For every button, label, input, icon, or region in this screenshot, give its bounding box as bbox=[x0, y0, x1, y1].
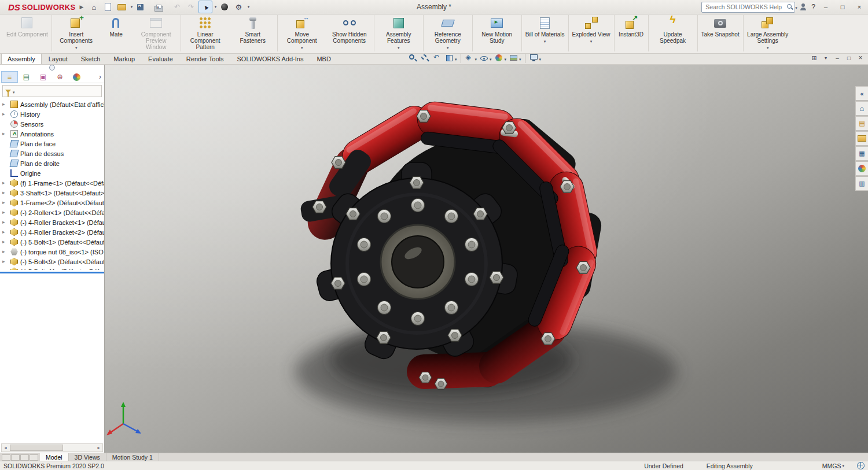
command-tab[interactable]: SOLIDWORKS Add-Ins bbox=[230, 53, 310, 64]
ribbon-button[interactable]: Show Hidden Components bbox=[326, 15, 373, 51]
ribbon-button[interactable]: Bill of Materials bbox=[521, 15, 568, 51]
expand-arrow-icon[interactable] bbox=[2, 239, 8, 245]
tree-item[interactable]: (-) 5-Bolt<1> (Défaut<<Défaut>_ bbox=[0, 237, 104, 247]
command-tab[interactable]: Layout bbox=[42, 53, 74, 64]
ribbon-button[interactable]: Mate bbox=[100, 15, 133, 51]
ribbon-button[interactable]: Reference Geometry bbox=[423, 15, 472, 51]
ribbon-button[interactable]: Take Snapshot bbox=[697, 15, 742, 51]
tree-item[interactable]: (-) 2-Roller<1> (Défaut<<Défaut: bbox=[0, 208, 104, 217]
appearances-icon[interactable] bbox=[855, 161, 868, 176]
zoom-fit-icon[interactable] bbox=[407, 53, 419, 63]
previous-view-icon[interactable] bbox=[431, 53, 443, 63]
close-window-icon[interactable]: × bbox=[853, 2, 866, 12]
displaymanager-icon[interactable] bbox=[68, 71, 85, 83]
expand-arrow-icon[interactable] bbox=[2, 249, 8, 254]
design-library-icon[interactable] bbox=[855, 116, 868, 131]
tree-item[interactable]: 3-Shaft<1> (Défaut<<Défaut>_Et: bbox=[0, 188, 104, 198]
new-doc-icon[interactable] bbox=[101, 1, 114, 13]
ribbon-button[interactable]: Move Component bbox=[277, 15, 326, 51]
tree-item[interactable]: 1-Frame<2> (Défaut<<Défaut>_E bbox=[0, 198, 104, 208]
ribbon-button[interactable]: Exploded View bbox=[568, 15, 613, 51]
tree-item[interactable]: (f) 1-Frame<1> (Défaut<<Défaut: bbox=[0, 178, 104, 188]
search-dropdown-icon[interactable] bbox=[795, 3, 797, 10]
tree-item[interactable]: History bbox=[0, 109, 104, 119]
expand-arrow-icon[interactable] bbox=[2, 229, 8, 235]
command-tab[interactable]: MBD bbox=[310, 53, 337, 64]
tab-scroll-button[interactable] bbox=[11, 454, 20, 461]
chevron-down-icon[interactable] bbox=[398, 44, 400, 51]
scroll-right-icon[interactable]: ▸ bbox=[95, 445, 102, 450]
command-tab[interactable]: Assembly bbox=[1, 53, 42, 64]
configmanager-icon[interactable] bbox=[35, 71, 52, 83]
tab-scroll-button[interactable] bbox=[20, 454, 29, 461]
search-icon[interactable] bbox=[786, 3, 793, 10]
tree-item[interactable]: Plan de dessus bbox=[0, 149, 104, 158]
chevron-down-icon[interactable] bbox=[455, 55, 457, 62]
chevron-down-icon[interactable] bbox=[505, 55, 507, 62]
ribbon-button[interactable]: Instant3D bbox=[614, 15, 648, 51]
scrollbar-thumb[interactable] bbox=[10, 445, 63, 451]
minimize-window-icon[interactable]: – bbox=[819, 2, 832, 12]
tree-item[interactable]: Sensors bbox=[0, 119, 104, 129]
chevron-down-icon[interactable] bbox=[539, 55, 542, 62]
rebuild-icon[interactable] bbox=[218, 1, 231, 13]
sw-resources-icon[interactable] bbox=[855, 101, 868, 116]
restore-window-icon[interactable]: □ bbox=[836, 2, 849, 12]
ribbon-button[interactable]: Large Assembly Settings bbox=[743, 15, 792, 51]
ribbon-button[interactable]: Update Speedpak bbox=[648, 15, 697, 51]
file-explorer-icon[interactable] bbox=[855, 131, 868, 146]
tree-filter-box[interactable] bbox=[2, 85, 102, 97]
ribbon-button[interactable]: Linear Component Pattern bbox=[181, 15, 229, 51]
view-tab[interactable]: 3D Views bbox=[69, 453, 106, 461]
view-palette-icon[interactable] bbox=[855, 146, 868, 161]
tree-item[interactable]: (-) 4-Roller Bracket<2> (Défaut<< bbox=[0, 227, 104, 237]
custom-props-icon[interactable] bbox=[855, 176, 868, 191]
undo-icon[interactable] bbox=[171, 1, 183, 13]
filter-funnel-icon[interactable] bbox=[5, 90, 11, 93]
tree-item[interactable]: (-) 5-Bolt<11> (Défaut<<Défaut> bbox=[0, 267, 104, 270]
expand-arrow-icon[interactable] bbox=[2, 219, 8, 225]
home-icon[interactable] bbox=[87, 1, 100, 13]
view-tab[interactable]: Model bbox=[40, 453, 69, 461]
options-icon[interactable] bbox=[232, 1, 245, 13]
globe-status-icon[interactable] bbox=[857, 462, 865, 469]
ribbon-button[interactable]: Edit Component bbox=[3, 15, 51, 51]
close-view-icon[interactable] bbox=[855, 53, 866, 62]
open-icon[interactable] bbox=[115, 1, 128, 13]
print-icon[interactable] bbox=[152, 1, 165, 13]
ribbon-button[interactable]: Assembly Features bbox=[374, 15, 422, 51]
chevron-down-icon[interactable] bbox=[475, 55, 477, 62]
expand-toolbar-icon[interactable]: ▶ bbox=[79, 4, 83, 10]
chevron-down-icon[interactable] bbox=[544, 38, 546, 45]
expand-arrow-icon[interactable] bbox=[2, 258, 8, 264]
restore-view-icon[interactable] bbox=[844, 53, 854, 62]
view-tab[interactable]: Motion Study 1 bbox=[106, 453, 159, 461]
zoom-area-icon[interactable] bbox=[419, 53, 431, 63]
dimxpert-icon[interactable] bbox=[52, 71, 68, 83]
tree-item[interactable]: Assembly (Défaut<Etat d'affichage-1: bbox=[0, 99, 104, 109]
tree-item[interactable]: (-) torque nut 08_iso<1> (ISO 105 bbox=[0, 247, 104, 257]
chevron-down-icon[interactable] bbox=[301, 44, 303, 51]
chevron-down-icon[interactable] bbox=[490, 55, 492, 62]
select-icon[interactable] bbox=[198, 1, 212, 13]
tree-item[interactable]: Annotations bbox=[0, 129, 104, 139]
chevron-down-icon[interactable] bbox=[204, 50, 207, 51]
command-tab[interactable]: Evaluate bbox=[142, 53, 179, 64]
section-view-icon[interactable] bbox=[443, 53, 458, 63]
expand-arrow-icon[interactable] bbox=[2, 268, 8, 270]
tree-item[interactable]: (-) 5-Bolt<9> (Défaut<<Défaut>_ bbox=[0, 257, 104, 267]
hide-show-items-icon[interactable] bbox=[478, 53, 493, 63]
graphics-viewport[interactable] bbox=[104, 64, 868, 453]
panel-pushpin-icon[interactable] bbox=[49, 65, 55, 71]
command-tab[interactable]: Markup bbox=[107, 53, 141, 64]
save-icon[interactable] bbox=[134, 1, 146, 13]
tree-item[interactable]: Plan de droite bbox=[0, 158, 104, 168]
chevron-down-icon[interactable] bbox=[75, 44, 78, 51]
chevron-down-icon[interactable] bbox=[767, 44, 769, 51]
minimize-view-icon[interactable] bbox=[832, 53, 843, 62]
login-user-icon[interactable] bbox=[799, 3, 807, 12]
propertymanager-icon[interactable] bbox=[18, 71, 35, 83]
expand-arrow-icon[interactable] bbox=[2, 199, 8, 205]
help-search-box[interactable] bbox=[701, 2, 795, 13]
tree-item[interactable]: Plan de face bbox=[0, 139, 104, 149]
